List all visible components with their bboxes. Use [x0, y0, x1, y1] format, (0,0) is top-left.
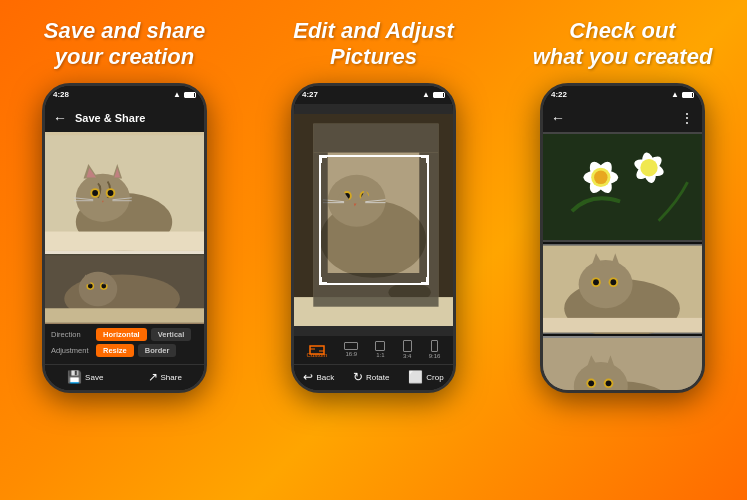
svg-rect-20	[45, 308, 204, 322]
phone-right-screen: 4:22 ▲ ← ⋮	[543, 86, 702, 390]
crop-corner-br	[421, 277, 429, 285]
share-button-left[interactable]: ↗ Share	[148, 370, 182, 384]
btn-horizontal[interactable]: Horizontal	[96, 328, 147, 341]
phone-right: 4:22 ▲ ← ⋮	[540, 83, 705, 393]
ratio-label-11: 1:1	[376, 352, 384, 358]
ratio-11[interactable]: 1:1	[375, 341, 385, 358]
cat-bg-main	[45, 132, 204, 254]
cat-illustration-thumb	[45, 254, 204, 324]
ratio-label-169: 16:9	[346, 351, 358, 357]
cat-image-thumb-left	[45, 254, 204, 324]
svg-rect-43	[543, 134, 702, 240]
save-label-left: Save	[85, 373, 103, 382]
control-row-adjustment: Adjustment Resize Border	[51, 344, 198, 357]
time-left: 4:28	[53, 90, 69, 99]
gallery-image-cat-bot	[543, 336, 702, 390]
crop-corner-tl	[319, 155, 327, 163]
wifi-icon-right: ▲	[671, 90, 679, 99]
panel-mid-title: Edit and Adjust Pictures	[283, 18, 464, 71]
back-arrow-right[interactable]: ←	[551, 110, 565, 126]
ratio-916[interactable]: 9:16	[429, 340, 441, 359]
ratio-label-916: 9:16	[429, 353, 441, 359]
svg-point-58	[593, 279, 599, 285]
wifi-icon-left: ▲	[173, 90, 181, 99]
svg-point-67	[588, 380, 594, 386]
app-bar-left: ← Save & Share	[45, 104, 204, 132]
direction-label: Direction	[51, 330, 96, 339]
time-right: 4:22	[551, 90, 567, 99]
svg-point-55	[579, 260, 633, 308]
crop-frame	[319, 155, 429, 285]
save-button-left[interactable]: 💾 Save	[67, 370, 103, 384]
save-icon-left: 💾	[67, 370, 82, 384]
status-bar-right: 4:22 ▲	[543, 86, 702, 104]
app-bar-title-left: Save & Share	[75, 112, 145, 124]
svg-point-6	[108, 190, 114, 196]
battery-icon-left	[184, 92, 196, 98]
adjustment-buttons: Resize Border	[96, 344, 176, 357]
time-mid: 4:27	[302, 90, 318, 99]
status-icons-right: ▲	[671, 90, 694, 99]
share-label-left: Share	[161, 373, 182, 382]
ratio-custom[interactable]: Custom	[307, 341, 328, 358]
phone-mid: 4:27 ▲	[291, 83, 456, 393]
gallery-image-cat-mid	[543, 244, 702, 334]
crop-label-mid: Crop	[426, 373, 443, 382]
crop-button-mid[interactable]: ⬜ Crop	[408, 370, 443, 384]
cat-bot-svg	[543, 336, 702, 390]
controls-left: Direction Horizontal Vertical Adjustment…	[45, 324, 204, 364]
status-bar-mid: 4:27 ▲	[294, 86, 453, 104]
control-row-direction: Direction Horizontal Vertical	[51, 328, 198, 341]
svg-point-52	[640, 159, 657, 176]
phone-left: 4:28 ▲ ← Save & Share	[42, 83, 207, 393]
ratio-icon-custom	[309, 341, 325, 351]
ratio-icon-916	[431, 340, 438, 352]
gallery-area-right	[543, 132, 702, 390]
panel-right-title: Check out what you created	[523, 18, 723, 71]
btn-vertical[interactable]: Vertical	[151, 328, 192, 341]
rotate-icon-mid: ↻	[353, 370, 363, 384]
back-label-mid: Back	[316, 373, 334, 382]
status-bar-left: 4:28 ▲	[45, 86, 204, 104]
ratio-icon-169	[344, 342, 358, 350]
wifi-icon-mid: ▲	[422, 90, 430, 99]
btn-resize[interactable]: Resize	[96, 344, 134, 357]
crop-icon-mid: ⬜	[408, 370, 423, 384]
back-button-mid[interactable]: ↩ Back	[303, 370, 334, 384]
rotate-button-mid[interactable]: ↻ Rotate	[353, 370, 390, 384]
svg-point-19	[101, 283, 106, 288]
ratio-34[interactable]: 3:4	[403, 340, 412, 359]
more-icon-right[interactable]: ⋮	[680, 110, 694, 126]
panel-right: Check out what you created 4:22 ▲ ← ⋮	[498, 0, 747, 500]
svg-point-15	[79, 271, 118, 306]
app-bar-right: ← ⋮	[543, 104, 702, 132]
svg-point-59	[610, 279, 616, 285]
ratio-169[interactable]: 16:9	[344, 342, 358, 357]
phone-left-screen: 4:28 ▲ ← Save & Share	[45, 86, 204, 390]
battery-icon-mid	[433, 92, 445, 98]
btn-border[interactable]: Border	[138, 344, 177, 357]
panel-left-title: Save and share your creation	[34, 18, 215, 71]
ratio-icon-11	[375, 341, 385, 351]
crop-area-mid	[294, 104, 453, 336]
direction-buttons: Horizontal Vertical	[96, 328, 191, 341]
bottom-bar-left: 💾 Save ↗ Share	[45, 364, 204, 390]
phone-mid-screen: 4:27 ▲	[294, 86, 453, 390]
flowers-svg	[543, 132, 702, 242]
status-icons-left: ▲	[173, 90, 196, 99]
back-arrow-left[interactable]: ←	[53, 110, 67, 126]
svg-point-68	[606, 380, 612, 386]
cat-mid-svg	[543, 244, 702, 334]
ratio-icon-34	[403, 340, 412, 352]
ratio-label-34: 3:4	[403, 353, 411, 359]
status-icons-mid: ▲	[422, 90, 445, 99]
cat-image-main-left	[45, 132, 204, 254]
crop-corner-tr	[421, 155, 429, 163]
svg-point-2	[76, 174, 130, 222]
ratio-label-custom: Custom	[307, 352, 328, 358]
bottom-bar-mid: ↩ Back ↻ Rotate ⬜ Crop	[294, 364, 453, 390]
cat-illustration-main	[45, 132, 204, 254]
svg-point-48	[594, 170, 607, 183]
svg-rect-12	[45, 231, 204, 250]
panel-mid: Edit and Adjust Pictures 4:27 ▲	[249, 0, 498, 500]
